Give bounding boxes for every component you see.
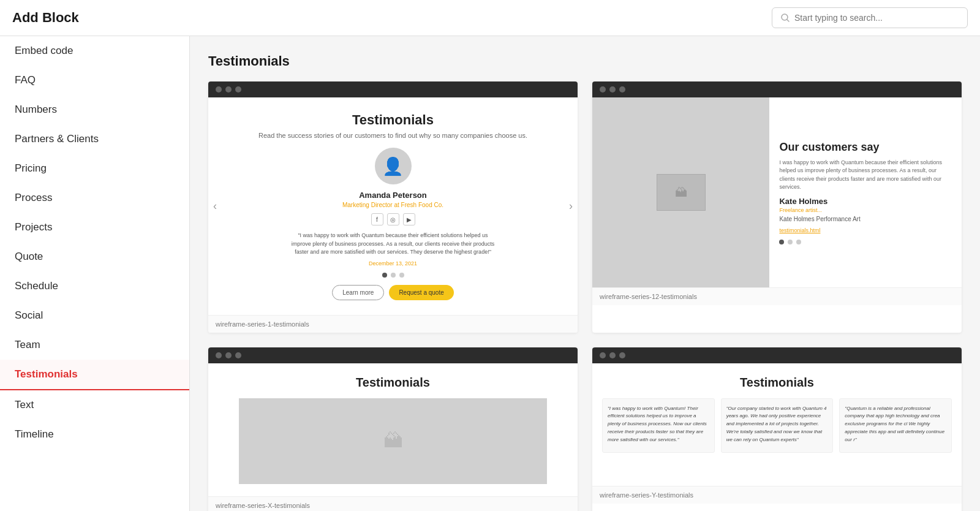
sidebar-item-team[interactable]: Team: [0, 330, 189, 360]
prev-nav-arrow[interactable]: ‹: [213, 200, 217, 213]
wf2-dot-2[interactable]: [788, 240, 793, 244]
wf2-company: Kate Holmes Performance Art: [779, 216, 952, 222]
image-icon: 🏔: [383, 430, 403, 452]
card-preview-1: Testimonials Read the success stories of…: [208, 97, 578, 315]
content-area: Testimonials Testimonials Read the succe…: [190, 36, 980, 511]
header: Add Block: [0, 0, 980, 36]
wf2-image-placeholder: 🏔: [657, 174, 706, 211]
browser-dot-red: [216, 352, 222, 358]
wf1-avatar: 👤: [375, 148, 412, 184]
browser-dot-yellow: [609, 86, 616, 93]
dot-2[interactable]: [391, 273, 396, 278]
wf3-image-placeholder: 🏔: [239, 398, 546, 484]
next-nav-arrow[interactable]: ›: [569, 200, 573, 213]
mountain-icon: 🏔: [675, 186, 687, 200]
facebook-icon[interactable]: f: [371, 213, 383, 225]
card-1[interactable]: Testimonials Read the success stories of…: [208, 81, 578, 333]
sidebar-item-social[interactable]: Social: [0, 301, 189, 330]
wf4-col-1: "I was happy to work with Quantum! Their…: [602, 398, 715, 453]
wf1-date: December 13, 2021: [369, 260, 417, 267]
browser-bar-4: [592, 347, 962, 363]
card-1-label: wireframe-series-1-testimonials: [208, 315, 578, 333]
sidebar-item-embed-code[interactable]: Embed code: [0, 36, 189, 66]
wf2-image-area: 🏔: [592, 97, 769, 287]
wf2-link[interactable]: testimonials.html: [779, 227, 952, 233]
search-bar[interactable]: [772, 7, 968, 28]
browser-dot-red: [600, 86, 606, 93]
browser-dot-green: [619, 86, 625, 93]
wf1-person-role: Marketing Director at Fresh Food Co.: [342, 202, 443, 208]
browser-dot-green: [619, 352, 625, 358]
page-title: Add Block: [12, 10, 79, 26]
card-4[interactable]: Testimonials "I was happy to work with Q…: [592, 347, 962, 512]
youtube-icon[interactable]: ▶: [403, 213, 415, 225]
sidebar-item-process[interactable]: Process: [0, 183, 189, 213]
search-input[interactable]: [794, 13, 959, 23]
wf4-col-3: "Quantum is a reliable and professional …: [839, 398, 952, 453]
wireframe-2: 🏔 Our customers say I was happy to work …: [592, 97, 962, 287]
wireframe-1: Testimonials Read the success stories of…: [208, 97, 578, 315]
wf4-quote-1: "I was happy to work with Quantum! Their…: [608, 405, 709, 444]
dot-3[interactable]: [399, 273, 404, 278]
wireframe-4: Testimonials "I was happy to work with Q…: [592, 363, 962, 486]
browser-bar-3: [208, 347, 578, 363]
wf2-content: Our customers say I was happy to work wi…: [769, 97, 962, 287]
request-quote-button[interactable]: Request a quote: [389, 285, 453, 300]
wf1-buttons: Learn more Request a quote: [332, 285, 454, 300]
browser-bar-1: [208, 81, 578, 97]
wf2-dot-3[interactable]: [796, 240, 801, 244]
wf1-social-links: f ◎ ▶: [371, 213, 415, 225]
wf4-title: Testimonials: [740, 376, 814, 390]
wf4-testimonial-columns: "I was happy to work with Quantum! Their…: [602, 398, 952, 453]
card-2-label: wireframe-series-12-testimonials: [592, 287, 962, 305]
card-3-label: wireframe-series-X-testimonials: [208, 496, 578, 512]
browser-dot-red: [600, 352, 606, 358]
card-2[interactable]: 🏔 Our customers say I was happy to work …: [592, 81, 962, 333]
avatar-icon: 👤: [382, 156, 404, 176]
browser-dot-yellow: [609, 352, 616, 358]
card-3[interactable]: Testimonials 🏔 wireframe-series-X-testim…: [208, 347, 578, 512]
browser-dot-green: [235, 352, 241, 358]
sidebar-item-numbers[interactable]: Numbers: [0, 95, 189, 124]
dot-1[interactable]: [382, 273, 387, 278]
sidebar-item-projects[interactable]: Projects: [0, 213, 189, 242]
sidebar-item-schedule[interactable]: Schedule: [0, 271, 189, 301]
wf1-quote: "I was happy to work with Quantum becaus…: [289, 232, 497, 257]
wf4-col-2: "Our company started to work with Quantu…: [721, 398, 834, 453]
browser-bar-2: [592, 81, 962, 97]
wf2-person-name: Kate Holmes: [779, 197, 952, 206]
wf4-quote-2: "Our company started to work with Quantu…: [726, 405, 828, 444]
wf1-title: Testimonials: [352, 112, 434, 128]
wf2-testimonial-text: I was happy to work with Quantum because…: [779, 159, 952, 192]
sidebar-item-faq[interactable]: FAQ: [0, 66, 189, 95]
wireframe-3: Testimonials 🏔: [208, 363, 578, 496]
card-preview-4: Testimonials "I was happy to work with Q…: [592, 363, 962, 486]
sidebar: Embed code FAQ Numbers Partners & Client…: [0, 36, 190, 511]
sidebar-item-text[interactable]: Text: [0, 390, 189, 420]
learn-more-button[interactable]: Learn more: [332, 285, 384, 300]
sidebar-item-pricing[interactable]: Pricing: [0, 154, 189, 183]
instagram-icon[interactable]: ◎: [387, 213, 399, 225]
wf1-pagination-dots: [382, 273, 404, 278]
sidebar-item-partners[interactable]: Partners & Clients: [0, 124, 189, 154]
card-preview-3: Testimonials 🏔: [208, 363, 578, 496]
sidebar-item-testimonials[interactable]: Testimonials: [0, 360, 189, 390]
wf2-title: Our customers say: [779, 141, 952, 154]
wf1-subtitle: Read the success stories of our customer…: [258, 132, 527, 139]
section-title: Testimonials: [208, 53, 962, 69]
main-layout: Embed code FAQ Numbers Partners & Client…: [0, 36, 980, 511]
wf2-dot-1[interactable]: [779, 240, 784, 244]
card-4-label: wireframe-series-Y-testimonials: [592, 486, 962, 504]
browser-dot-green: [235, 86, 241, 93]
sidebar-item-timeline[interactable]: Timeline: [0, 420, 189, 449]
sidebar-item-quote[interactable]: Quote: [0, 242, 189, 271]
search-icon: [781, 13, 790, 22]
card-preview-2: 🏔 Our customers say I was happy to work …: [592, 97, 962, 287]
browser-dot-red: [216, 86, 222, 93]
wf3-title: Testimonials: [356, 376, 430, 390]
wf2-person-role: Freelance artist...: [779, 207, 952, 213]
wf2-pagination-dots: [779, 240, 952, 244]
wf4-quote-3: "Quantum is a reliable and professional …: [845, 405, 946, 444]
browser-dot-yellow: [225, 86, 232, 93]
browser-dot-yellow: [225, 352, 232, 358]
